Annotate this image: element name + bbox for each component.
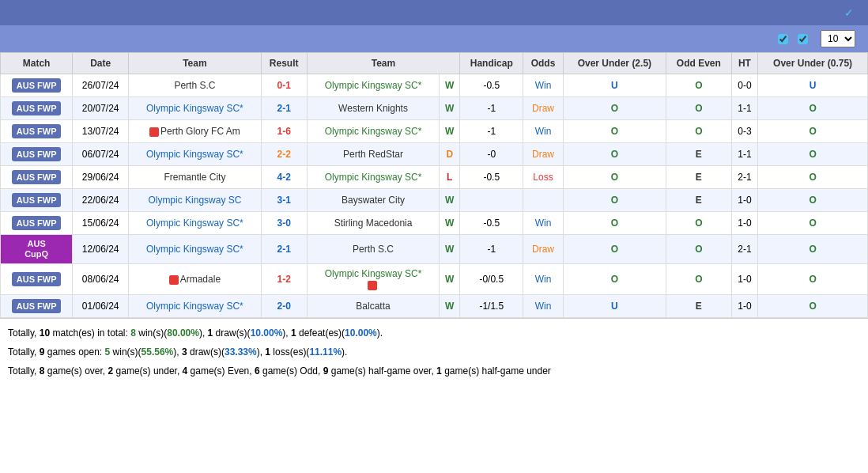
match-badge: AUS FWP xyxy=(12,101,62,115)
col-result: Result xyxy=(261,53,307,74)
handicap-cell: -1 xyxy=(460,235,523,264)
odds-value: Win xyxy=(535,126,552,137)
ht-cell: 1-0 xyxy=(731,189,758,212)
team1-icon xyxy=(149,127,159,137)
wdl-cell: W xyxy=(440,97,460,120)
team1-cell: Armadale xyxy=(129,264,262,295)
odds-value: Draw xyxy=(532,103,554,114)
col-handicap: Handicap xyxy=(460,53,523,74)
ou075-cell: O xyxy=(758,97,868,120)
team1-cell: Olympic Kingsway SC* xyxy=(129,295,262,318)
ou25-cell: O xyxy=(563,97,666,120)
ht-cell: 1-0 xyxy=(731,212,758,235)
ou075-value: O xyxy=(809,195,816,206)
team2-name: Olympic Kingsway SC* xyxy=(325,80,422,91)
last-games-select[interactable]: 10 5 20 50 xyxy=(821,30,855,47)
summary-line-2: Totally, 8 game(s) over, 2 game(s) under… xyxy=(8,363,860,380)
ou25-value: O xyxy=(611,103,618,114)
team2-cell: Olympic Kingsway SC* xyxy=(307,120,440,143)
match-badge: AUS FWP xyxy=(12,147,62,161)
team2-name: Perth RedStar xyxy=(343,149,403,160)
handicap-cell: -0.5 xyxy=(460,166,523,189)
team2-name: Olympic Kingsway SC* xyxy=(325,126,422,137)
ou25-value: O xyxy=(611,172,618,183)
date-cell: 15/06/24 xyxy=(73,212,129,235)
oe-cell: E xyxy=(666,166,731,189)
date-cell: 22/06/24 xyxy=(73,189,129,212)
team1-cell: Olympic Kingsway SC* xyxy=(129,97,262,120)
result-cell: 2-1 xyxy=(261,97,307,120)
handicap-cell: -1 xyxy=(460,120,523,143)
odds-value: Win xyxy=(535,274,552,285)
ausfwp-checkbox[interactable] xyxy=(778,34,788,44)
oe-cell: E xyxy=(666,143,731,166)
team1-cell: Olympic Kingsway SC* xyxy=(129,235,262,264)
team1-name: Olympic Kingsway SC* xyxy=(146,149,243,160)
team2-cell: Olympic Kingsway SC* xyxy=(307,166,440,189)
ou075-cell: O xyxy=(758,143,868,166)
ou25-value: O xyxy=(611,218,618,229)
oe-cell: O xyxy=(666,264,731,295)
oe-value: O xyxy=(695,218,702,229)
odds-cell: Draw xyxy=(523,235,563,264)
wdl-value: W xyxy=(445,103,454,114)
ou075-cell: O xyxy=(758,212,868,235)
col-date: Date xyxy=(73,53,129,74)
ou075-cell: O xyxy=(758,189,868,212)
ou25-cell: O xyxy=(563,120,666,143)
result-score: 3-1 xyxy=(277,195,291,206)
date-cell: 08/06/24 xyxy=(73,264,129,295)
team1-cell: Olympic Kingsway SC* xyxy=(129,143,262,166)
summary-line-0: Totally, 10 match(es) in total: 8 win(s)… xyxy=(8,325,860,342)
ausfwp-filter[interactable] xyxy=(778,34,791,44)
oe-value: E xyxy=(696,301,702,312)
ou075-value: O xyxy=(809,103,816,114)
result-score: 2-0 xyxy=(277,301,291,312)
auscupq-checkbox[interactable] xyxy=(798,34,808,44)
handicap-cell: -0.5 xyxy=(460,212,523,235)
team2-name: Bayswater City xyxy=(342,195,405,206)
team1-name: Olympic Kingsway SC xyxy=(148,195,241,206)
wdl-value: W xyxy=(445,195,454,206)
wdl-value: W xyxy=(445,274,454,285)
auscupq-filter[interactable] xyxy=(798,34,811,44)
handicap-cell: -0.5 xyxy=(460,74,523,97)
match-badge: AUS FWP xyxy=(12,299,62,313)
match-badge-cell: AUS FWP xyxy=(1,295,73,318)
team1-cell: Olympic Kingsway SC* xyxy=(129,212,262,235)
main-container: ✓ 10 5 20 50 Match Dat xyxy=(0,0,868,388)
ou075-cell: O xyxy=(758,295,868,318)
ou075-cell: O xyxy=(758,166,868,189)
ou25-cell: O xyxy=(563,189,666,212)
wdl-cell: W xyxy=(440,189,460,212)
result-cell: 3-1 xyxy=(261,189,307,212)
ht-cell: 0-0 xyxy=(731,74,758,97)
team1-name: Fremantle City xyxy=(164,172,225,183)
ou25-value: O xyxy=(611,149,618,160)
oe-cell: O xyxy=(666,97,731,120)
match-badge: AUSCupQ xyxy=(25,239,48,259)
ou25-cell: O xyxy=(563,264,666,295)
wdl-value: W xyxy=(445,301,454,312)
team2-name: Olympic Kingsway SC* xyxy=(325,172,422,183)
team2-name: Stirling Macedonia xyxy=(334,218,413,229)
result-score: 1-6 xyxy=(277,126,291,137)
result-score: 3-0 xyxy=(277,218,291,229)
date-cell: 29/06/24 xyxy=(73,166,129,189)
date-cell: 12/06/24 xyxy=(73,235,129,264)
result-cell: 0-1 xyxy=(261,74,307,97)
match-badge-cell: AUS FWP xyxy=(1,166,73,189)
ou25-value: O xyxy=(611,126,618,137)
handicap-cell: -1/1.5 xyxy=(460,295,523,318)
ht-cell: 1-0 xyxy=(731,264,758,295)
ou075-cell: U xyxy=(758,74,868,97)
wdl-value: W xyxy=(445,244,454,255)
oe-value: O xyxy=(695,126,702,137)
result-cell: 3-0 xyxy=(261,212,307,235)
oe-value: O xyxy=(695,80,702,91)
handicap-cell: -0/0.5 xyxy=(460,264,523,295)
ou25-cell: U xyxy=(563,295,666,318)
ou075-value: O xyxy=(809,218,816,229)
odds-value: Win xyxy=(535,80,552,91)
date-cell: 20/07/24 xyxy=(73,97,129,120)
